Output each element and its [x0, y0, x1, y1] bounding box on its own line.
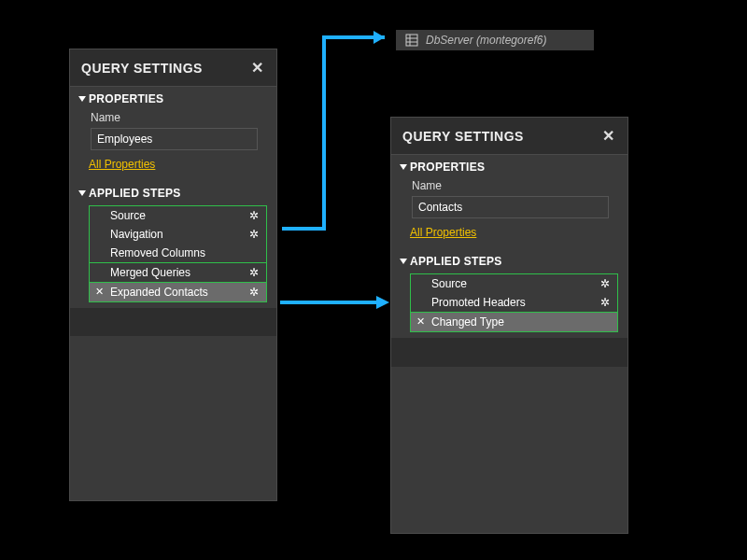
step-source[interactable]: Source ✲ — [90, 206, 266, 225]
delete-step-icon[interactable]: ✕ — [95, 286, 104, 298]
properties-section: PROPERTIES Name All Properties — [70, 86, 276, 181]
step-merged-queries[interactable]: Merged Queries ✲ — [90, 263, 266, 282]
collapse-icon — [400, 164, 407, 170]
properties-section: PROPERTIES Name All Properties — [391, 154, 627, 249]
gear-icon[interactable]: ✲ — [600, 296, 610, 309]
delete-step-icon[interactable]: ✕ — [416, 315, 425, 328]
steps-box: Source ✲ Promoted Headers ✲ ✕ Changed Ty… — [410, 273, 618, 332]
applied-steps-title[interactable]: APPLIED STEPS — [79, 187, 267, 200]
close-icon[interactable]: ✕ — [600, 127, 617, 145]
gear-icon[interactable]: ✲ — [249, 286, 259, 299]
db-server-label: DbServer (montegoref6) — [426, 34, 546, 47]
step-changed-type[interactable]: ✕ Changed Type — [411, 313, 617, 331]
gear-icon[interactable]: ✲ — [249, 209, 259, 222]
steps-box: Source ✲ Navigation ✲ Removed Columns Me… — [89, 205, 267, 302]
gear-icon[interactable]: ✲ — [249, 228, 259, 241]
properties-title[interactable]: PROPERTIES — [401, 161, 618, 174]
close-icon[interactable]: ✕ — [249, 59, 266, 77]
svg-marker-4 — [374, 31, 385, 44]
panel-header: QUERY SETTINGS ✕ — [391, 118, 627, 154]
steps-group-1: Source ✲ Navigation ✲ Removed Columns — [90, 206, 266, 263]
name-label: Name — [412, 179, 618, 192]
svg-rect-0 — [406, 35, 417, 46]
steps-group-1: Source ✲ Promoted Headers ✲ — [411, 274, 617, 313]
all-properties-link[interactable]: All Properties — [410, 226, 476, 239]
steps-group-2: ✕ Changed Type — [411, 313, 617, 331]
steps-group-2: Merged Queries ✲ — [90, 263, 266, 283]
gear-icon[interactable]: ✲ — [249, 266, 259, 279]
applied-steps-section: APPLIED STEPS Source ✲ Navigation ✲ Remo… — [70, 181, 276, 308]
gear-icon[interactable]: ✲ — [600, 277, 610, 290]
steps-group-3: ✕ Expanded Contacts ✲ — [90, 283, 266, 301]
all-properties-link[interactable]: All Properties — [89, 158, 155, 171]
step-promoted-headers[interactable]: Promoted Headers ✲ — [411, 293, 617, 312]
step-source[interactable]: Source ✲ — [411, 274, 617, 293]
panel-title: QUERY SETTINGS — [402, 129, 524, 144]
db-server-badge[interactable]: DbServer (montegoref6) — [396, 30, 594, 50]
step-removed-columns[interactable]: Removed Columns — [90, 244, 266, 262]
panel-header: QUERY SETTINGS ✕ — [70, 49, 276, 86]
collapse-icon — [78, 96, 86, 102]
collapse-icon — [78, 190, 86, 196]
svg-marker-6 — [376, 296, 389, 309]
panel-title: QUERY SETTINGS — [81, 61, 203, 76]
properties-title[interactable]: PROPERTIES — [79, 92, 267, 105]
applied-steps-title[interactable]: APPLIED STEPS — [401, 255, 618, 268]
step-navigation[interactable]: Navigation ✲ — [90, 225, 266, 244]
database-icon — [405, 34, 418, 47]
panel-fill-right — [390, 367, 628, 534]
collapse-icon — [400, 259, 407, 264]
name-label: Name — [91, 111, 267, 124]
applied-steps-section: APPLIED STEPS Source ✲ Promoted Headers … — [391, 249, 627, 338]
name-input[interactable] — [91, 128, 258, 150]
step-expanded-contacts[interactable]: ✕ Expanded Contacts ✲ — [90, 283, 266, 301]
name-input[interactable] — [412, 196, 609, 218]
panel-fill-left — [69, 336, 277, 501]
arrow-to-right-panel — [277, 291, 394, 314]
arrow-to-dbserver — [277, 23, 399, 233]
